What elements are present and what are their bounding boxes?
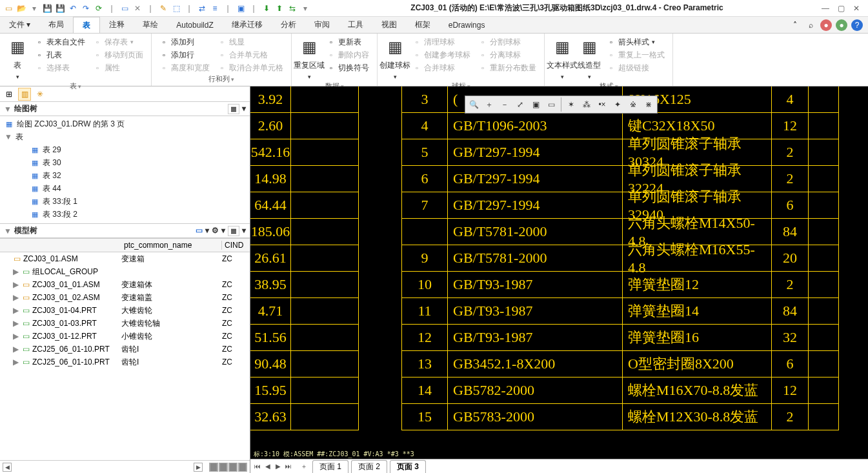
bom-extra[interactable]	[808, 165, 839, 192]
sheet-icon[interactable]: ▭	[544, 97, 558, 112]
maximize-button[interactable]: ▢	[836, 4, 846, 13]
open-icon[interactable]: 📂	[15, 3, 27, 14]
bom-std[interactable]: GB5783-2000	[447, 403, 623, 430]
bom-std[interactable]: GB/T93-1987	[447, 297, 623, 325]
expand-icon[interactable]: ▶	[12, 267, 19, 276]
dwg-value-cell[interactable]: 64.44	[250, 192, 291, 219]
bom-qty[interactable]: 32	[771, 324, 809, 351]
page-tab[interactable]: 页面 2	[351, 460, 387, 473]
expand-icon[interactable]: ▶	[12, 280, 19, 289]
ribbon-btn-文本样式[interactable]: ▦文本样式▾	[550, 36, 574, 81]
menu-表[interactable]: 表	[73, 17, 100, 33]
tree-root[interactable]: ▦ 绘图 ZCJ03_01.DRW 的第 3 页	[4, 117, 250, 130]
bom-row[interactable]: 4GB/T1096-2003键C32X18X5012	[402, 113, 839, 139]
bom-num[interactable]: 13	[401, 350, 448, 377]
bom-extra[interactable]	[808, 245, 839, 272]
bom-extra[interactable]	[808, 377, 839, 404]
view1-icon[interactable]: ▣	[235, 3, 247, 14]
dd-icon[interactable]: ▾	[242, 226, 246, 236]
zoom-out-icon[interactable]: －	[498, 97, 512, 112]
help-icon-3[interactable]: ●	[836, 19, 847, 31]
zoom-in-icon[interactable]: ＋	[482, 97, 496, 112]
dwg-value-cell[interactable]: 542.16	[250, 139, 291, 166]
redo-icon[interactable]: ↷	[80, 3, 92, 14]
menu-审阅[interactable]: 审阅	[305, 17, 339, 33]
menu-分析[interactable]: 分析	[272, 17, 305, 33]
ribbon-btn-更新表[interactable]: ▫更新表	[324, 36, 372, 48]
mini4[interactable]	[238, 463, 247, 472]
dwg-value-cell[interactable]: 26.61	[250, 245, 291, 272]
mini2[interactable]	[219, 463, 228, 472]
help-icon-0[interactable]: ˄	[789, 19, 801, 31]
bom-row[interactable]: 6GB/T297-1994单列圆锥滚子轴承322242	[402, 166, 839, 192]
expand-icon[interactable]: ▶	[12, 306, 19, 315]
dwg-empty-cell[interactable]	[290, 86, 359, 113]
collapse-icon[interactable]: ▼	[4, 105, 12, 114]
bom-std[interactable]: GB/T297-1994	[447, 139, 623, 166]
tree-settings-icon[interactable]: ≣	[228, 104, 239, 114]
bom-std[interactable]: GB3452.1-8X200	[447, 350, 623, 377]
refit-icon[interactable]: ⤢	[513, 97, 527, 112]
bom-std[interactable]: GB/T297-1994	[447, 165, 623, 192]
bom-std[interactable]: GB/T93-1987	[447, 271, 623, 298]
bom-std[interactable]: GB/T5781-2000	[447, 218, 623, 245]
mini3[interactable]	[228, 463, 237, 472]
bom-desc[interactable]: 六角头螺栓M16X55-4.8	[622, 245, 772, 272]
bom-std[interactable]: GB/T5781-2000	[447, 245, 623, 272]
bom-num[interactable]: 10	[401, 271, 448, 298]
expand-icon[interactable]: ▼	[4, 132, 13, 141]
dwg-empty-cell[interactable]	[290, 377, 359, 404]
minimize-button[interactable]: —	[820, 4, 831, 13]
ribbon-btn-切换符号[interactable]: ▫切换符号	[324, 62, 372, 74]
annot-icon[interactable]: ※	[626, 97, 640, 112]
model-tree-row[interactable]: ▶▭ZCJ25_06_01-10.PRT齿轮IZC	[0, 356, 250, 368]
h-scroll-right[interactable]: ▶	[194, 463, 203, 472]
menu-框架[interactable]: 框架	[406, 17, 439, 33]
tree-dd-icon[interactable]: ▾	[242, 104, 246, 114]
bom-std[interactable]: GB/T297-1994	[447, 192, 623, 219]
bom-qty[interactable]: 6	[771, 192, 809, 219]
bom-extra[interactable]	[808, 192, 839, 219]
datum-axis-icon[interactable]: ⁂	[580, 97, 594, 112]
ribbon-btn-箭头样式[interactable]: ▫箭头样式 ▾	[604, 36, 667, 48]
dwg-value-cell[interactable]: 4.71	[250, 297, 291, 325]
tree-item[interactable]: ▦表 33:段 1	[4, 195, 250, 208]
bom-std[interactable]: GB/T93-1987	[447, 324, 623, 351]
new-icon[interactable]: ▭	[3, 3, 14, 14]
expand-icon[interactable]: ▶	[12, 357, 19, 367]
dwg-value-cell[interactable]: 2.60	[250, 112, 291, 139]
bom-row[interactable]: 15GB5783-2000螺栓M12X30-8.8发蓝2	[402, 404, 839, 430]
ribbon-btn-表[interactable]: ▦表▾	[5, 36, 30, 81]
bom-extra[interactable]	[808, 139, 839, 166]
export3-icon[interactable]: ⇆	[287, 3, 298, 14]
dwg-empty-cell[interactable]	[290, 192, 359, 219]
export2-icon[interactable]: ⬆	[274, 3, 285, 14]
mt-settings-icon[interactable]: ≣	[228, 226, 239, 236]
expand-icon[interactable]: ▶	[12, 293, 19, 302]
bom-desc[interactable]: 弹簧垫圈14	[622, 297, 772, 325]
bom-extra[interactable]	[808, 350, 839, 377]
dwg-empty-cell[interactable]	[290, 112, 359, 139]
menu-布局[interactable]: 布局	[39, 17, 73, 33]
page-tab[interactable]: 页面 3	[390, 460, 426, 473]
dwg-empty-cell[interactable]	[290, 245, 359, 272]
bom-num[interactable]: 9	[401, 245, 448, 272]
regen-icon[interactable]: ⟳	[93, 3, 105, 14]
model-tree-row[interactable]: ▶▭ZCJ03_01-04.PRT大锥齿轮ZC	[0, 304, 250, 317]
bom-desc[interactable]: 弹簧垫圈12	[622, 271, 772, 298]
col-cind[interactable]: CIND	[222, 241, 250, 250]
dd-icon[interactable]: ▾	[221, 226, 225, 236]
tree-item[interactable]: ▦表 29	[4, 143, 250, 156]
tree-item[interactable]: ▦表 33:段 2	[4, 208, 250, 221]
bom-extra[interactable]	[808, 112, 839, 139]
tree-view-icon[interactable]: ⊞	[3, 88, 15, 101]
bom-qty[interactable]: 84	[771, 297, 809, 325]
first-page-icon[interactable]: ⏮	[253, 462, 262, 471]
select-icon[interactable]: ⬚	[170, 3, 182, 14]
bom-num[interactable]: 5	[401, 139, 448, 166]
bom-row[interactable]: 13GB3452.1-8X200O型密封圈8X2006	[402, 351, 839, 377]
dwg-value-cell[interactable]: 15.95	[250, 377, 291, 404]
prev-page-icon[interactable]: ◀	[263, 462, 272, 471]
tree-item[interactable]: ▦表 32	[4, 169, 250, 182]
menu-继承迁移[interactable]: 继承迁移	[223, 17, 272, 33]
